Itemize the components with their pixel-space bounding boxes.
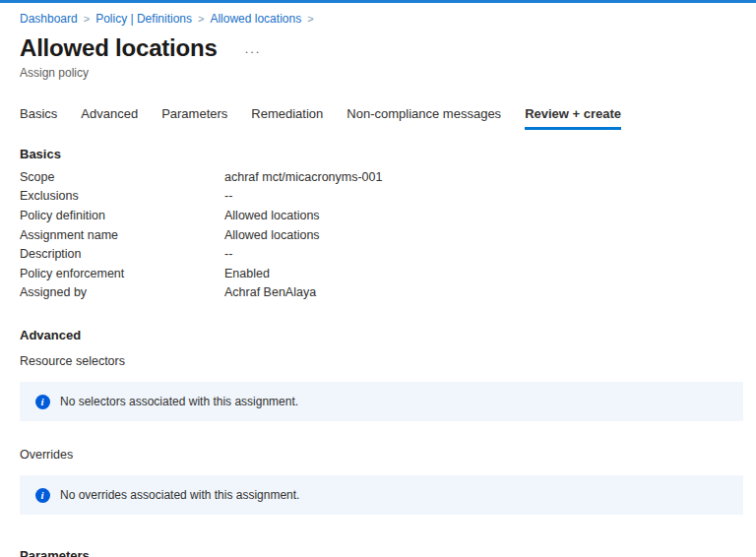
field-row-assigned-by: Assigned by Achraf BenAlaya [20, 283, 743, 303]
page-content: Dashboard>Policy | Definitions>Allowed l… [0, 3, 756, 557]
breadcrumb-link-policy-definitions[interactable]: Policy | Definitions [95, 12, 192, 26]
tab-advanced[interactable]: Advanced [81, 106, 138, 130]
tab-parameters[interactable]: Parameters [161, 106, 227, 130]
breadcrumb-separator: > [198, 13, 204, 25]
advanced-section-heading: Advanced [20, 328, 743, 342]
parameters-section-heading: Parameters [20, 548, 743, 557]
field-value: Allowed locations [224, 228, 743, 242]
field-label: Assignment name [20, 228, 224, 242]
field-value: achraf mct/micacronyms-001 [224, 170, 743, 184]
parameters-section: Parameters listOfAllowedLocations france… [20, 548, 743, 557]
basics-rows: Scope achraf mct/micacronyms-001 Exclusi… [20, 167, 743, 302]
breadcrumb-separator: > [84, 13, 90, 25]
breadcrumb-separator: > [307, 13, 313, 25]
field-label: Description [20, 247, 224, 261]
page-title: Allowed locations [20, 34, 218, 62]
field-row-policy-enforcement: Policy enforcement Enabled [20, 264, 743, 283]
title-row: Allowed locations ... [20, 34, 743, 62]
tab-bar: Basics Advanced Parameters Remediation N… [20, 106, 743, 130]
field-value: Allowed locations [224, 209, 743, 222]
field-value: -- [224, 189, 743, 203]
tab-non-compliance-messages[interactable]: Non-compliance messages [346, 106, 501, 130]
breadcrumb-link-allowed-locations[interactable]: Allowed locations [210, 12, 301, 26]
field-row-scope: Scope achraf mct/micacronyms-001 [20, 167, 743, 187]
advanced-section: Advanced Resource selectors i No selecto… [20, 328, 743, 515]
field-label: Assigned by [20, 285, 224, 299]
overrides-label: Overrides [20, 448, 743, 462]
field-label: Policy definition [20, 209, 224, 222]
field-label: Exclusions [20, 189, 224, 203]
page-subtitle: Assign policy [20, 66, 743, 80]
breadcrumb-link-dashboard[interactable]: Dashboard [20, 12, 78, 26]
info-icon: i [35, 488, 50, 503]
field-value: -- [224, 247, 743, 261]
more-options-button[interactable]: ... [243, 42, 264, 55]
field-row-assignment-name: Assignment name Allowed locations [20, 225, 743, 245]
breadcrumb: Dashboard>Policy | Definitions>Allowed l… [20, 12, 743, 26]
no-selectors-banner-text: No selectors associated with this assign… [60, 395, 298, 408]
basics-section-heading: Basics [20, 147, 743, 161]
tab-remediation[interactable]: Remediation [251, 106, 323, 130]
field-value: Enabled [224, 267, 743, 280]
field-row-policy-definition: Policy definition Allowed locations [20, 206, 743, 225]
field-value: Achraf BenAlaya [224, 285, 743, 299]
resource-selectors-label: Resource selectors [20, 354, 743, 368]
no-selectors-info-banner: i No selectors associated with this assi… [20, 382, 743, 421]
field-label: Policy enforcement [20, 267, 224, 280]
tab-basics[interactable]: Basics [20, 106, 57, 130]
no-overrides-info-banner: i No overrides associated with this assi… [20, 475, 743, 515]
field-row-exclusions: Exclusions -- [20, 187, 743, 207]
tab-review-create[interactable]: Review + create [525, 106, 621, 130]
info-icon: i [35, 395, 50, 409]
basics-section: Basics Scope achraf mct/micacronyms-001 … [20, 147, 743, 302]
no-overrides-banner-text: No overrides associated with this assign… [60, 488, 299, 502]
field-row-description: Description -- [20, 244, 743, 264]
field-label: Scope [20, 170, 224, 184]
